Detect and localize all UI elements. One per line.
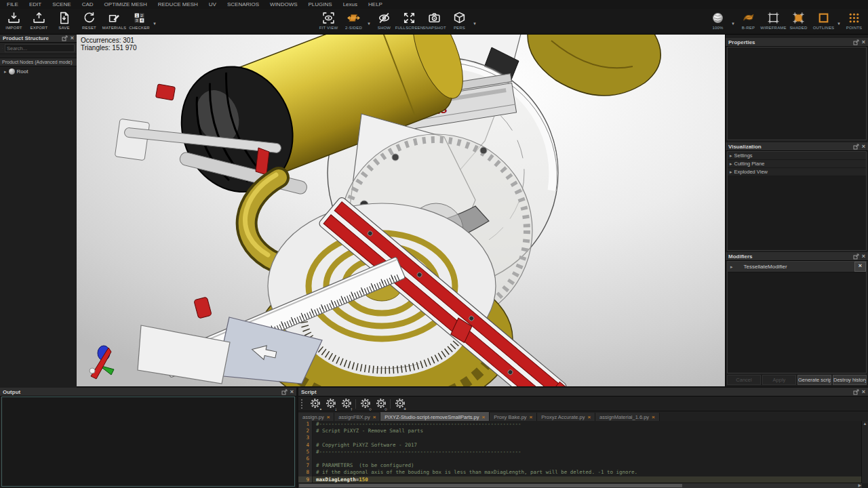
viewport-3d[interactable]: Occurrences: 301 Triangles: 151 970 (77, 34, 726, 386)
menu-file[interactable]: FILE (1, 1, 24, 7)
popout-icon[interactable] (853, 253, 859, 260)
new-script-button[interactable]: ▪ (309, 398, 321, 410)
horizontal-scrollbar[interactable]: ▶ (298, 483, 862, 488)
popout-icon[interactable] (281, 389, 288, 395)
toolbar-grip-handle[interactable] (301, 399, 304, 409)
destroy-history-button[interactable]: Destroy history (833, 375, 867, 385)
close-icon[interactable]: × (290, 389, 294, 395)
script-header: Script × (298, 388, 868, 396)
toolbar-group-view: FIT VIEW 2-SIDED ▾ SHOW FULLSCREEN (316, 9, 477, 30)
wireframe-button[interactable]: WIREFRAME (761, 9, 786, 30)
outlines-button[interactable]: OUTLINES (811, 9, 836, 30)
download-badge-icon: ↓ (335, 407, 337, 411)
add-script-button[interactable]: + (393, 398, 406, 410)
close-tab-icon[interactable]: × (373, 414, 376, 420)
close-icon[interactable]: × (862, 253, 865, 260)
modifier-tessellate[interactable]: ▸ TessellateModifier × (728, 262, 866, 272)
reset-icon (83, 11, 96, 25)
search-input[interactable] (5, 44, 75, 52)
run-selection-button[interactable]: ○ (374, 398, 387, 410)
menu-help[interactable]: HELP (363, 1, 388, 7)
outlines-dropdown-caret[interactable]: ▾ (836, 21, 842, 26)
checker-dropdown-caret[interactable]: ▾ (152, 21, 157, 26)
modifier-actions: Cancel Apply Generate script Destroy his… (727, 375, 867, 385)
tab-remove-small-parts[interactable]: PiXYZ-Studio-script-removeSmallParts.py× (380, 412, 490, 422)
zoom-100-button[interactable]: 100% (705, 9, 730, 30)
search-row (0, 43, 77, 54)
menu-lexus[interactable]: Lexus (338, 1, 363, 7)
modifiers-title: Modifiers (728, 253, 853, 260)
close-icon[interactable]: × (862, 144, 865, 150)
visualization-item-exploded-view[interactable]: ▸ Exploded View (728, 168, 866, 176)
menu-bar: FILE EDIT SCENE CAD OPTIMIZE MESH REDUCE… (0, 0, 868, 9)
fullscreen-button[interactable]: FULLSCREEN (397, 9, 422, 30)
expand-arrow-icon[interactable]: ▸ (4, 69, 7, 75)
visualization-item-cutting-plane[interactable]: ▸ Cutting Plane (728, 160, 866, 168)
close-icon[interactable]: × (862, 389, 865, 395)
materials-button[interactable]: MATERIALS (102, 9, 127, 30)
modifiers-header: Modifiers × (726, 252, 868, 261)
close-tab-icon[interactable]: × (482, 414, 486, 420)
menu-plugins[interactable]: PLUGINS (303, 1, 338, 7)
brep-surface-icon (742, 11, 755, 25)
close-tab-icon[interactable]: × (530, 414, 533, 420)
run-script-button[interactable]: ○ (359, 398, 372, 410)
popout-icon[interactable] (853, 389, 859, 395)
open-script-button[interactable]: ↓ (324, 398, 337, 410)
properties-title: Properties (728, 39, 853, 45)
import-button[interactable]: IMPORT (1, 9, 26, 30)
perspective-dropdown-caret[interactable]: ▾ (472, 21, 477, 26)
show-button[interactable]: SHOW (372, 9, 397, 30)
cancel-button[interactable]: Cancel (727, 375, 761, 385)
tree-item-root[interactable]: ▸ Root (0, 66, 77, 76)
menu-edit[interactable]: EDIT (24, 1, 47, 7)
visualization-item-settings[interactable]: ▸ Settings (728, 152, 866, 160)
menu-reduce-mesh[interactable]: REDUCE MESH (153, 1, 203, 7)
popout-icon[interactable] (853, 144, 859, 150)
code-editor[interactable]: 1#--------------------------------------… (298, 421, 862, 483)
popout-icon[interactable] (62, 35, 68, 41)
expand-arrow-icon[interactable]: ▸ (730, 264, 733, 270)
popout-icon[interactable] (853, 39, 859, 45)
save-script-button[interactable]: ↑ (340, 398, 353, 410)
scroll-up-arrow-icon[interactable]: ▲ (862, 421, 868, 426)
export-button[interactable]: EXPORT (26, 9, 52, 30)
zoom-dropdown-caret[interactable]: ▾ (730, 21, 736, 26)
points-button[interactable]: POINTS (842, 9, 867, 30)
output-log-area[interactable] (1, 396, 295, 487)
snapshot-button[interactable]: SNAPSHOT (422, 9, 447, 30)
remove-modifier-button[interactable]: × (854, 262, 866, 272)
brep-button[interactable]: B-REP (736, 9, 761, 30)
close-tab-icon[interactable]: × (652, 414, 655, 420)
visualization-content: ▸ Settings ▸ Cutting Plane ▸ Exploded Vi… (727, 151, 867, 251)
export-icon (33, 11, 45, 25)
reset-button[interactable]: RESET (77, 9, 102, 30)
perspective-button[interactable]: PERS (447, 9, 472, 30)
close-tab-icon[interactable]: × (327, 414, 330, 420)
vertical-scrollbar[interactable]: ▲ (861, 421, 868, 483)
two-sided-button[interactable]: 2-SIDED (341, 9, 366, 30)
close-icon[interactable]: × (862, 39, 865, 45)
generate-script-button[interactable]: Generate script (797, 375, 831, 385)
svg-text:1: 1 (136, 14, 138, 18)
scroll-right-arrow-icon[interactable]: ▶ (858, 483, 861, 488)
menu-scenarios[interactable]: SCENARIOS (222, 1, 264, 7)
menu-windows[interactable]: WINDOWS (264, 1, 302, 7)
checker-button[interactable]: 1 2 3 4 CHECKER (127, 9, 152, 30)
menu-scene[interactable]: SCENE (47, 1, 77, 7)
apply-button[interactable]: Apply (762, 375, 796, 385)
run-all-badge-icon: ○ (384, 407, 387, 411)
menu-cad[interactable]: CAD (77, 1, 99, 7)
save-button[interactable]: SAVE (52, 9, 77, 30)
visualization-title: Visualization (728, 144, 853, 150)
script-title: Script (301, 389, 853, 395)
script-toolbar: ▪ ↓ ↑ ○ ○ + (298, 396, 868, 411)
menu-uv[interactable]: UV (203, 1, 222, 7)
fit-view-button[interactable]: FIT VIEW (316, 9, 341, 30)
menu-optimize-mesh[interactable]: OPTIMIZE MESH (99, 1, 153, 7)
close-icon[interactable]: × (71, 35, 74, 41)
shaded-button[interactable]: SHADED (786, 9, 811, 30)
two-sided-dropdown-caret[interactable]: ▾ (366, 21, 372, 26)
close-tab-icon[interactable]: × (587, 414, 591, 420)
scrollbar-thumb[interactable] (299, 484, 682, 487)
